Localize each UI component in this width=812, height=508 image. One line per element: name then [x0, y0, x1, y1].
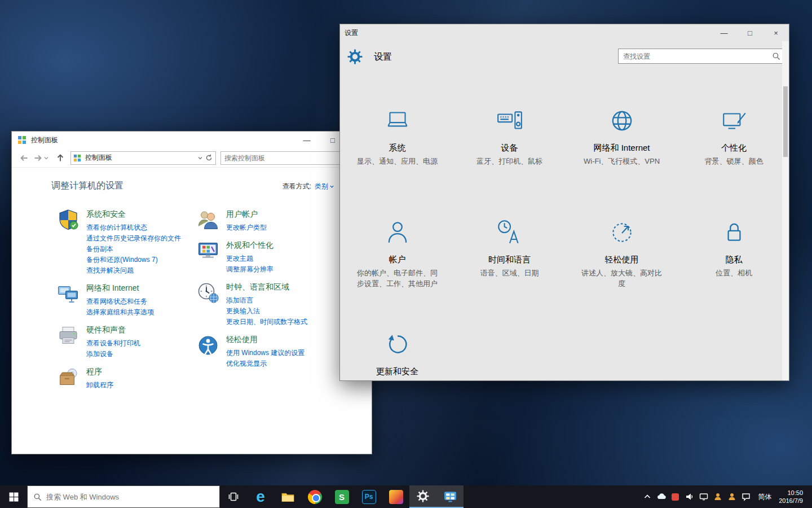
settings-titlebar[interactable]: 设置 — □ ×	[340, 24, 789, 41]
cp-link[interactable]: 添加设备	[86, 349, 186, 360]
cp-category-title[interactable]: 外观和个性化	[226, 240, 325, 251]
file-explorer-icon	[281, 490, 295, 504]
cp-link[interactable]: 调整屏幕分辨率	[226, 264, 325, 275]
network-icon[interactable]	[57, 283, 80, 305]
onedrive-icon[interactable]	[654, 485, 668, 508]
taskbar-app-s[interactable]: S	[328, 485, 355, 508]
breadcrumb[interactable]: 控制面板	[85, 153, 197, 163]
forward-icon[interactable]	[33, 154, 42, 163]
settings-tile-system[interactable]: 系统 显示、通知、应用、电源	[341, 107, 453, 218]
cp-category-title[interactable]: 时钟、语言和区域	[226, 282, 325, 292]
settings-search[interactable]	[618, 49, 785, 64]
taskbar-app-file-explorer[interactable]	[274, 485, 301, 508]
cp-link[interactable]: 选择家庭组和共享选项	[86, 307, 186, 318]
settings-gear-icon	[347, 49, 363, 64]
address-bar[interactable]: 控制面板	[70, 151, 216, 165]
control-panel-search-input[interactable]	[221, 154, 344, 162]
settings-tile-personalization[interactable]: 个性化 背景、锁屏、颜色	[678, 107, 789, 218]
scrollbar-thumb[interactable]	[783, 86, 788, 157]
cp-link[interactable]: 查看网络状态和任务	[86, 296, 186, 307]
volume-icon[interactable]	[682, 485, 696, 508]
settings-gear-icon	[417, 490, 429, 502]
tray-app-icon[interactable]	[668, 485, 682, 508]
cp-category-title[interactable]: 程序	[86, 366, 186, 377]
minimize-button[interactable]: —	[294, 132, 320, 148]
message-icon[interactable]	[739, 485, 753, 508]
tile-title: 网络和 Internet	[593, 143, 650, 154]
person-icon	[383, 218, 412, 247]
taskbar-app-edge[interactable]: e	[247, 485, 274, 508]
settings-tile-ease-of-access[interactable]: 轻松使用 讲述人、放大镜、高对比度	[566, 218, 678, 330]
maximize-button[interactable]: □	[737, 24, 763, 41]
taskbar-app-control-panel[interactable]	[436, 485, 464, 508]
taskbar-clock[interactable]: 10:50 2016/7/9	[776, 489, 807, 505]
settings-tile-update-security[interactable]: 更新和安全 Windows 更新、恢复、备份	[341, 330, 453, 381]
cp-link[interactable]: 查看设备和打印机	[86, 338, 186, 349]
taskbar-app-settings[interactable]	[409, 485, 436, 508]
start-button[interactable]	[0, 485, 27, 508]
cp-link[interactable]: 更改帐户类型	[226, 222, 325, 233]
cp-link[interactable]: 查看你的计算机状态	[86, 222, 186, 233]
security-shield-icon[interactable]	[57, 209, 80, 231]
close-button[interactable]: ×	[763, 24, 789, 41]
task-view-button[interactable]	[220, 485, 247, 508]
address-dropdown-icon[interactable]	[197, 155, 203, 161]
control-panel-titlebar[interactable]: 控制面板 — □ ×	[12, 132, 372, 148]
cp-category-title[interactable]: 轻松使用	[226, 334, 325, 345]
cp-link[interactable]: 备份和还原(Windows 7)	[86, 255, 186, 265]
cp-category-title[interactable]: 系统和安全	[86, 209, 186, 220]
settings-tile-devices[interactable]: 设备 蓝牙、打印机、鼠标	[453, 107, 566, 218]
cp-category-title[interactable]: 网络和 Internet	[86, 283, 186, 294]
accessibility-icon[interactable]	[197, 334, 219, 357]
programs-icon[interactable]	[57, 366, 80, 389]
cp-link[interactable]: 更改日期、时间或数字格式	[226, 317, 325, 327]
tile-subtitle: 位置、相机	[716, 268, 752, 279]
chrome-icon	[308, 490, 322, 504]
tile-title: 更新和安全	[376, 366, 418, 377]
task-view-icon	[228, 491, 239, 502]
settings-tile-network[interactable]: 网络和 Internet Wi-Fi、飞行模式、VPN	[566, 107, 678, 218]
taskbar-app-chrome[interactable]	[301, 485, 328, 508]
cp-link[interactable]: 通过文件历史记录保存你的文件备份副本	[86, 233, 186, 255]
settings-search-input[interactable]	[619, 52, 772, 60]
taskbar-search[interactable]	[27, 485, 220, 508]
cp-link[interactable]: 优化视觉显示	[226, 358, 325, 369]
tray-chevron-up-icon[interactable]	[640, 485, 654, 508]
cp-link[interactable]: 查找并解决问题	[86, 265, 186, 276]
taskbar-search-input[interactable]	[46, 493, 219, 501]
cp-link[interactable]: 添加语言	[226, 295, 325, 306]
tile-title: 个性化	[721, 143, 747, 154]
control-panel-search[interactable]	[220, 151, 356, 165]
taskbar-app-photoshop[interactable]: Ps	[355, 485, 382, 508]
network-icon[interactable]	[696, 485, 710, 508]
laptop-icon	[383, 107, 412, 135]
cp-link[interactable]: 更改主题	[226, 253, 325, 264]
taskbar-app-media[interactable]	[382, 485, 409, 508]
cp-link[interactable]: 使用 Windows 建议的设置	[226, 348, 325, 358]
devices-icon	[496, 107, 524, 135]
up-icon[interactable]	[56, 154, 65, 163]
settings-tile-privacy[interactable]: 隐私 位置、相机	[678, 218, 789, 330]
personalization-icon	[720, 107, 748, 135]
printer-icon[interactable]	[57, 325, 80, 347]
clock-globe-icon[interactable]	[197, 282, 219, 304]
display-icon[interactable]	[197, 240, 219, 262]
users-icon[interactable]	[197, 209, 219, 231]
recent-pages-chevron-icon[interactable]	[43, 155, 49, 161]
minimize-button[interactable]: —	[711, 24, 737, 41]
settings-tile-time-language[interactable]: 时间和语言 语音、区域、日期	[453, 218, 566, 330]
back-icon[interactable]	[20, 154, 29, 163]
settings-tile-accounts[interactable]: 帐户 你的帐户、电子邮件、同步设置、工作、其他用户	[341, 218, 453, 330]
cp-link[interactable]: 更换输入法	[226, 306, 325, 317]
contacts-icon[interactable]	[710, 485, 725, 508]
contacts-icon-2[interactable]	[725, 485, 739, 508]
view-by-dropdown[interactable]: 类别	[315, 182, 328, 191]
tile-subtitle: 讲述人、放大镜、高对比度	[579, 268, 665, 290]
settings-window: 设置 — □ × 设置 系统 显示、通知、应用、电源 设备 蓝牙、打印机、鼠标 …	[339, 24, 789, 381]
ime-language-indicator[interactable]: 简体	[753, 492, 776, 502]
scrollbar[interactable]	[782, 41, 789, 380]
refresh-icon[interactable]	[205, 154, 213, 161]
cp-category-title[interactable]: 用户帐户	[226, 209, 325, 220]
cp-link[interactable]: 卸载程序	[86, 380, 186, 391]
cp-category-title[interactable]: 硬件和声音	[86, 325, 186, 335]
